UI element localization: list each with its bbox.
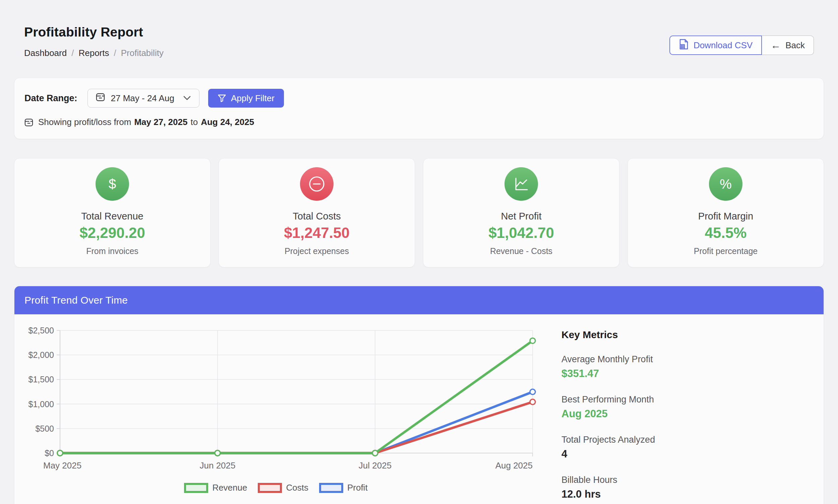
key-metric-value: Aug 2025 — [561, 408, 655, 419]
header-left: Profitability Report Dashboard / Reports… — [24, 24, 164, 58]
showing-range-line: Showing profit/loss from May 27, 2025 to… — [24, 117, 814, 127]
showing-from-date: May 27, 2025 — [134, 117, 188, 127]
svg-text:$1,500: $1,500 — [29, 375, 54, 384]
svg-text:$2,500: $2,500 — [29, 326, 54, 335]
legend-item-costs[interactable]: Costs — [258, 483, 308, 493]
date-filter-card: Date Range: 27 May - 24 Aug — [14, 78, 824, 139]
download-csv-label: Download CSV — [694, 40, 752, 51]
summary-cards-row: $ Total Revenue $2,290.20 From invoices … — [14, 158, 824, 267]
metric-value: 45.5% — [633, 225, 818, 241]
chart-body: $0$500$1,000$1,500$2,000$2,500May 2025Ju… — [14, 314, 824, 504]
apply-filter-button[interactable]: Apply Filter — [208, 89, 284, 108]
breadcrumb-separator: / — [71, 48, 74, 58]
date-range-value: 27 May - 24 Aug — [111, 93, 174, 104]
metric-label: Profit Margin — [633, 211, 818, 221]
page-header: Profitability Report Dashboard / Reports… — [14, 24, 824, 58]
key-metrics-title: Key Metrics — [561, 329, 655, 340]
back-label: Back — [785, 40, 805, 51]
header-actions: Download CSV ← Back — [670, 36, 814, 55]
key-metric-label: Billable Hours — [561, 474, 655, 485]
metric-sublabel: Revenue - Costs — [429, 246, 614, 256]
date-range-select[interactable]: 27 May - 24 Aug — [88, 89, 199, 108]
svg-text:Jul 2025: Jul 2025 — [359, 461, 392, 470]
breadcrumb-dashboard[interactable]: Dashboard — [24, 48, 67, 58]
svg-text:$500: $500 — [35, 424, 54, 433]
metric-label: Total Revenue — [20, 211, 205, 221]
chevron-down-icon — [183, 95, 191, 101]
profitability-report-page: Profitability Report Dashboard / Reports… — [0, 0, 838, 504]
showing-to-date: Aug 24, 2025 — [201, 117, 254, 127]
metric-value: $2,290.20 — [20, 225, 205, 241]
total-revenue-card: $ Total Revenue $2,290.20 From invoices — [14, 158, 211, 267]
metric-value: $1,042.70 — [429, 225, 614, 241]
dollar-icon: $ — [95, 167, 129, 201]
metric-label: Total Costs — [224, 211, 409, 221]
legend-swatch-revenue — [184, 483, 208, 493]
legend-item-revenue[interactable]: Revenue — [184, 483, 247, 493]
file-spreadsheet-icon — [679, 38, 689, 52]
key-metric-label: Best Performing Month — [561, 394, 655, 405]
profit-margin-card: % Profit Margin 45.5% Profit percentage — [627, 158, 824, 267]
svg-text:Aug 2025: Aug 2025 — [495, 461, 533, 470]
key-metric-value: 4 — [561, 448, 655, 460]
metric-sublabel: From invoices — [20, 246, 205, 256]
key-metric-average-monthly-profit: Average Monthly Profit $351.47 — [561, 354, 655, 379]
total-costs-card: Total Costs $1,247.50 Project expenses — [218, 158, 415, 267]
metric-value: $1,247.50 — [224, 225, 409, 241]
line-chart-icon — [504, 167, 538, 201]
chart-area: $0$500$1,000$1,500$2,000$2,500May 2025Ju… — [14, 326, 537, 504]
breadcrumb-current-profitability: Profitability — [121, 48, 164, 58]
key-metric-value: 12.0 hrs — [561, 489, 655, 500]
apply-filter-label: Apply Filter — [231, 93, 274, 104]
breadcrumb: Dashboard / Reports / Profitability — [24, 48, 164, 58]
key-metric-best-performing-month: Best Performing Month Aug 2025 — [561, 394, 655, 419]
key-metrics-panel: Key Metrics Average Monthly Profit $351.… — [561, 326, 655, 504]
metric-label: Net Profit — [429, 211, 614, 221]
metric-sublabel: Profit percentage — [633, 246, 818, 256]
profit-trend-chart[interactable]: $0$500$1,000$1,500$2,000$2,500May 2025Ju… — [14, 326, 537, 477]
svg-text:$2,000: $2,000 — [29, 350, 54, 360]
svg-text:$0: $0 — [44, 448, 54, 458]
minus-circle-icon — [300, 167, 334, 201]
download-csv-button[interactable]: Download CSV — [670, 36, 762, 55]
breadcrumb-separator: / — [114, 48, 116, 58]
breadcrumb-reports[interactable]: Reports — [78, 48, 109, 58]
key-metric-label: Average Monthly Profit — [561, 354, 655, 365]
legend-label: Revenue — [212, 483, 247, 493]
svg-text:$1,000: $1,000 — [29, 399, 54, 409]
date-range-label: Date Range: — [24, 93, 77, 104]
key-metric-total-projects-analyzed: Total Projects Analyzed 4 — [561, 434, 655, 460]
chart-banner-title: Profit Trend Over Time — [24, 294, 128, 306]
date-filter-row: Date Range: 27 May - 24 Aug — [24, 89, 814, 108]
metric-sublabel: Project expenses — [224, 246, 409, 256]
chart-banner: Profit Trend Over Time — [14, 286, 824, 314]
legend-label: Costs — [286, 483, 308, 493]
key-metric-label: Total Projects Analyzed — [561, 434, 655, 445]
svg-text:May 2025: May 2025 — [43, 461, 82, 470]
profit-trend-card: Profit Trend Over Time $0$500$1,000$1,50… — [14, 286, 824, 504]
funnel-icon — [217, 94, 226, 103]
calendar-icon — [96, 92, 105, 104]
back-arrow-icon: ← — [771, 41, 781, 50]
legend-item-profit[interactable]: Profit — [319, 483, 368, 493]
net-profit-card: Net Profit $1,042.70 Revenue - Costs — [423, 158, 620, 267]
showing-prefix: Showing profit/loss from — [38, 117, 131, 127]
key-metric-value: $351.47 — [561, 368, 655, 379]
svg-text:Jun 2025: Jun 2025 — [200, 461, 236, 470]
legend-swatch-costs — [258, 483, 282, 493]
showing-connector: to — [191, 117, 198, 127]
back-button[interactable]: ← Back — [762, 36, 814, 55]
percent-icon: % — [709, 167, 743, 201]
chart-legend: RevenueCostsProfit — [14, 483, 537, 493]
calendar-icon — [24, 118, 33, 127]
page-title: Profitability Report — [24, 24, 164, 40]
legend-label: Profit — [347, 483, 368, 493]
legend-swatch-profit — [319, 483, 343, 493]
key-metric-billable-hours: Billable Hours 12.0 hrs — [561, 474, 655, 500]
